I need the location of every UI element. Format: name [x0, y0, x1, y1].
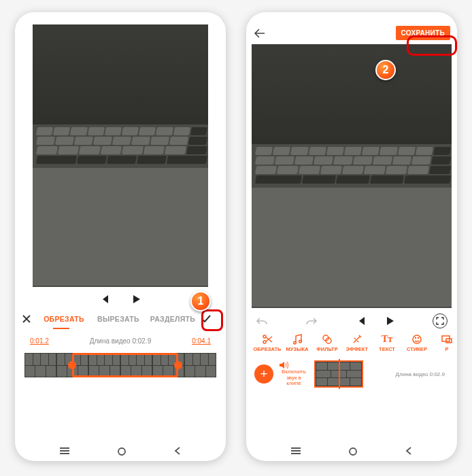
add-clip-button[interactable]: +: [254, 364, 273, 384]
highlight-confirm: [201, 309, 223, 331]
svg-rect-0: [60, 450, 69, 452]
video-preview[interactable]: [33, 24, 208, 287]
tool-effect[interactable]: ЭФФЕКТ: [343, 333, 371, 352]
svg-point-4: [263, 335, 266, 338]
svg-point-3: [118, 448, 125, 455]
pip-icon: [433, 333, 457, 346]
prev-button[interactable]: [99, 294, 110, 305]
svg-point-11: [416, 338, 416, 339]
svg-rect-16: [291, 447, 301, 449]
timeline-row: + Включить звук в клипе Длина видео 0:02…: [246, 355, 457, 388]
svg-point-12: [418, 338, 419, 339]
back-button[interactable]: [253, 28, 267, 39]
close-button[interactable]: [22, 314, 37, 324]
sticker-icon: [403, 333, 431, 346]
edit-tabs: ОБРЕЗАТЬ ВЫРЕЗАТЬ РАЗДЕЛЯТЬ: [15, 310, 226, 329]
mute-toggle[interactable]: Включить звук в клипе: [279, 361, 309, 387]
svg-rect-2: [60, 453, 69, 454]
nav-recents[interactable]: [290, 446, 302, 457]
play-button[interactable]: [131, 294, 141, 305]
trim-handle-right[interactable]: [174, 361, 182, 369]
video-preview[interactable]: [252, 44, 452, 308]
phone-screen-1: ОБРЕЗАТЬ ВЫРЕЗАТЬ РАЗДЕЛЯТЬ 0:01.2 Длина…: [15, 12, 226, 461]
svg-rect-17: [291, 453, 301, 454]
playhead[interactable]: [339, 359, 340, 389]
tool-filter[interactable]: ФИЛЬТР: [313, 333, 341, 352]
tool-trim[interactable]: ОБРЕЗАТЬ: [253, 333, 282, 352]
nav-back[interactable]: [404, 446, 414, 457]
tool-sticker[interactable]: СТИКЕР: [403, 333, 431, 352]
video-length-label: Длина видео 0:02.9: [369, 371, 450, 377]
play-button[interactable]: [384, 316, 395, 326]
svg-rect-14: [446, 339, 452, 343]
svg-point-7: [299, 340, 302, 343]
tool-text[interactable]: TтТЕКСТ: [373, 333, 401, 352]
tab-indicator: [53, 328, 69, 329]
step-badge-1: 1: [190, 291, 211, 311]
svg-rect-15: [291, 450, 301, 452]
svg-point-18: [350, 448, 356, 455]
nav-recents[interactable]: [58, 446, 71, 457]
time-info: 0:01.2 Длина видео 0:02.9 0:04.1: [15, 329, 226, 349]
trim-start-time[interactable]: 0:01.2: [30, 337, 49, 345]
statusbar: [246, 12, 457, 24]
phone-screen-2: СОХРАНИТЬ ОБРЕЗАТЬ МУЗЫКА ФИЛЬТР ЭФФЕКТ …: [246, 12, 457, 461]
timeline-clip[interactable]: [314, 360, 363, 388]
tab-trim[interactable]: ОБРЕЗАТЬ: [37, 315, 91, 323]
tab-split[interactable]: РАЗДЕЛЯТЬ: [146, 315, 200, 323]
trim-end-time[interactable]: 0:04.1: [192, 337, 211, 345]
playback-controls: [246, 308, 457, 331]
svg-rect-1: [60, 447, 69, 449]
trim-timeline[interactable]: [24, 353, 216, 377]
svg-point-6: [294, 341, 297, 344]
video-length-label: Длина видео 0:02.9: [90, 337, 152, 345]
sound-icon: [279, 361, 309, 369]
nav-back[interactable]: [173, 446, 182, 457]
fullscreen-button[interactable]: [433, 313, 448, 328]
tool-music[interactable]: МУЗЫКА: [283, 333, 311, 352]
text-icon: Tт: [373, 333, 401, 346]
statusbar: [15, 12, 226, 24]
trim-handle-left[interactable]: [68, 361, 76, 369]
nav-home[interactable]: [116, 446, 127, 457]
tab-cut[interactable]: ВЫРЕЗАТЬ: [91, 315, 146, 323]
music-icon: [283, 333, 311, 346]
undo-button[interactable]: [256, 316, 268, 326]
tool-row: ОБРЕЗАТЬ МУЗЫКА ФИЛЬТР ЭФФЕКТ TтТЕКСТ СТ…: [246, 331, 457, 355]
trim-selection[interactable]: [72, 353, 178, 377]
step-badge-2: 2: [375, 60, 396, 80]
redo-button[interactable]: [305, 316, 318, 326]
nav-home[interactable]: [348, 446, 358, 457]
svg-point-5: [263, 341, 266, 343]
system-navbar: [15, 446, 226, 457]
filter-icon: [313, 333, 341, 346]
effect-icon: [343, 333, 371, 346]
system-navbar: [246, 446, 457, 457]
highlight-save: [407, 35, 457, 56]
scissors-icon: [253, 333, 282, 346]
svg-point-10: [413, 335, 421, 343]
prev-button[interactable]: [356, 316, 367, 326]
tool-pip[interactable]: Р: [433, 333, 457, 352]
